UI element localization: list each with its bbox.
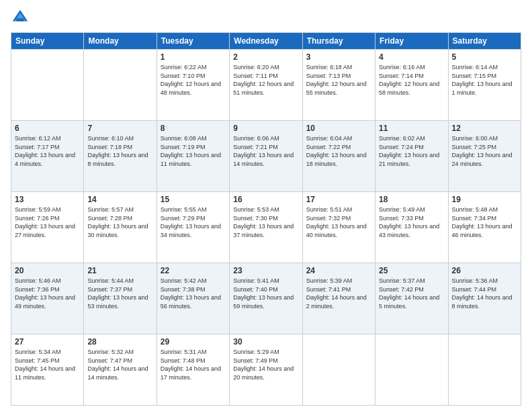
day-number: 29: [161, 337, 226, 347]
day-cell: 30Sunrise: 5:29 AM Sunset: 7:49 PM Dayli…: [230, 334, 302, 406]
day-number: 2: [233, 52, 298, 62]
day-cell: 18Sunrise: 5:49 AM Sunset: 7:33 PM Dayli…: [375, 192, 448, 263]
day-cell: 4Sunrise: 6:16 AM Sunset: 7:14 PM Daylig…: [375, 50, 448, 121]
day-info: Sunrise: 6:10 AM Sunset: 7:18 PM Dayligh…: [87, 134, 152, 168]
day-info: Sunrise: 6:16 AM Sunset: 7:14 PM Dayligh…: [379, 63, 444, 97]
day-cell: 20Sunrise: 5:46 AM Sunset: 7:36 PM Dayli…: [11, 263, 84, 334]
day-number: 12: [452, 124, 517, 133]
svg-rect-2: [16, 18, 24, 21]
logo: [11, 8, 31, 27]
day-number: 22: [161, 266, 226, 275]
day-info: Sunrise: 5:51 AM Sunset: 7:32 PM Dayligh…: [306, 205, 371, 239]
day-info: Sunrise: 5:59 AM Sunset: 7:26 PM Dayligh…: [15, 205, 80, 239]
day-cell: 11Sunrise: 6:02 AM Sunset: 7:24 PM Dayli…: [375, 121, 448, 192]
day-cell: 23Sunrise: 5:41 AM Sunset: 7:40 PM Dayli…: [230, 263, 302, 334]
day-cell: 8Sunrise: 6:08 AM Sunset: 7:19 PM Daylig…: [157, 121, 229, 192]
day-number: 11: [379, 124, 444, 133]
day-number: 28: [87, 337, 152, 347]
day-info: Sunrise: 6:00 AM Sunset: 7:25 PM Dayligh…: [452, 134, 517, 168]
day-cell: 14Sunrise: 5:57 AM Sunset: 7:28 PM Dayli…: [84, 192, 157, 263]
day-info: Sunrise: 5:37 AM Sunset: 7:42 PM Dayligh…: [379, 277, 444, 310]
day-info: Sunrise: 5:36 AM Sunset: 7:44 PM Dayligh…: [452, 277, 517, 310]
day-info: Sunrise: 5:32 AM Sunset: 7:47 PM Dayligh…: [87, 348, 152, 381]
day-info: Sunrise: 5:55 AM Sunset: 7:29 PM Dayligh…: [161, 205, 226, 239]
day-number: 13: [15, 195, 80, 204]
day-cell: 29Sunrise: 5:31 AM Sunset: 7:48 PM Dayli…: [157, 334, 229, 406]
weekday-header-wednesday: Wednesday: [230, 33, 302, 50]
weekday-header-tuesday: Tuesday: [157, 33, 229, 50]
day-info: Sunrise: 5:41 AM Sunset: 7:40 PM Dayligh…: [233, 277, 298, 310]
day-number: 15: [161, 195, 226, 204]
day-info: Sunrise: 6:06 AM Sunset: 7:21 PM Dayligh…: [233, 134, 298, 168]
day-cell: 7Sunrise: 6:10 AM Sunset: 7:18 PM Daylig…: [84, 121, 157, 192]
day-cell: 10Sunrise: 6:04 AM Sunset: 7:22 PM Dayli…: [302, 121, 375, 192]
day-number: 21: [87, 266, 152, 275]
day-number: 30: [233, 337, 298, 347]
day-cell: 12Sunrise: 6:00 AM Sunset: 7:25 PM Dayli…: [448, 121, 521, 192]
day-cell: 15Sunrise: 5:55 AM Sunset: 7:29 PM Dayli…: [157, 192, 229, 263]
day-number: 8: [161, 124, 226, 133]
day-info: Sunrise: 6:12 AM Sunset: 7:17 PM Dayligh…: [15, 134, 80, 168]
day-cell: 5Sunrise: 6:14 AM Sunset: 7:15 PM Daylig…: [448, 50, 521, 121]
day-number: 16: [233, 195, 298, 204]
week-row-5: 27Sunrise: 5:34 AM Sunset: 7:45 PM Dayli…: [11, 334, 521, 406]
weekday-header-sunday: Sunday: [11, 33, 84, 50]
day-info: Sunrise: 6:22 AM Sunset: 7:10 PM Dayligh…: [161, 63, 226, 97]
day-number: 23: [233, 266, 298, 275]
day-number: 9: [233, 124, 298, 133]
day-number: 7: [87, 124, 152, 133]
day-info: Sunrise: 5:44 AM Sunset: 7:37 PM Dayligh…: [87, 277, 152, 310]
day-cell: [302, 334, 375, 406]
day-info: Sunrise: 6:20 AM Sunset: 7:11 PM Dayligh…: [233, 63, 298, 97]
day-number: 4: [379, 52, 444, 62]
week-row-2: 6Sunrise: 6:12 AM Sunset: 7:17 PM Daylig…: [11, 121, 521, 192]
day-info: Sunrise: 6:08 AM Sunset: 7:19 PM Dayligh…: [161, 134, 226, 168]
day-number: 20: [15, 266, 80, 275]
day-number: 26: [452, 266, 517, 275]
day-cell: 1Sunrise: 6:22 AM Sunset: 7:10 PM Daylig…: [157, 50, 229, 121]
day-number: 25: [379, 266, 444, 275]
day-info: Sunrise: 5:46 AM Sunset: 7:36 PM Dayligh…: [15, 277, 80, 310]
day-info: Sunrise: 5:42 AM Sunset: 7:38 PM Dayligh…: [161, 277, 226, 310]
day-cell: 6Sunrise: 6:12 AM Sunset: 7:17 PM Daylig…: [11, 121, 84, 192]
day-cell: 21Sunrise: 5:44 AM Sunset: 7:37 PM Dayli…: [84, 263, 157, 334]
day-cell: [448, 334, 521, 406]
day-info: Sunrise: 5:39 AM Sunset: 7:41 PM Dayligh…: [306, 277, 371, 310]
day-info: Sunrise: 5:48 AM Sunset: 7:34 PM Dayligh…: [452, 205, 517, 239]
day-cell: 25Sunrise: 5:37 AM Sunset: 7:42 PM Dayli…: [375, 263, 448, 334]
day-number: 3: [306, 52, 371, 62]
calendar-table: SundayMondayTuesdayWednesdayThursdayFrid…: [11, 32, 521, 406]
day-cell: [375, 334, 448, 406]
day-cell: 16Sunrise: 5:53 AM Sunset: 7:30 PM Dayli…: [230, 192, 302, 263]
day-number: 18: [379, 195, 444, 204]
weekday-header-monday: Monday: [84, 33, 157, 50]
day-info: Sunrise: 5:57 AM Sunset: 7:28 PM Dayligh…: [87, 205, 152, 239]
day-cell: 3Sunrise: 6:18 AM Sunset: 7:13 PM Daylig…: [302, 50, 375, 121]
day-cell: 28Sunrise: 5:32 AM Sunset: 7:47 PM Dayli…: [84, 334, 157, 406]
day-info: Sunrise: 5:34 AM Sunset: 7:45 PM Dayligh…: [15, 348, 80, 381]
day-cell: 2Sunrise: 6:20 AM Sunset: 7:11 PM Daylig…: [230, 50, 302, 121]
week-row-1: 1Sunrise: 6:22 AM Sunset: 7:10 PM Daylig…: [11, 50, 521, 121]
page: SundayMondayTuesdayWednesdayThursdayFrid…: [0, 0, 532, 411]
logo-icon: [11, 8, 30, 27]
day-cell: 9Sunrise: 6:06 AM Sunset: 7:21 PM Daylig…: [230, 121, 302, 192]
day-number: 1: [161, 52, 226, 62]
day-number: 14: [87, 195, 152, 204]
weekday-header-friday: Friday: [375, 33, 448, 50]
day-info: Sunrise: 6:14 AM Sunset: 7:15 PM Dayligh…: [452, 63, 517, 97]
day-number: 27: [15, 337, 80, 347]
day-info: Sunrise: 6:18 AM Sunset: 7:13 PM Dayligh…: [306, 63, 371, 97]
day-number: 17: [306, 195, 371, 204]
day-cell: [11, 50, 84, 121]
day-cell: 26Sunrise: 5:36 AM Sunset: 7:44 PM Dayli…: [448, 263, 521, 334]
day-info: Sunrise: 6:04 AM Sunset: 7:22 PM Dayligh…: [306, 134, 371, 168]
day-number: 6: [15, 124, 80, 133]
week-row-3: 13Sunrise: 5:59 AM Sunset: 7:26 PM Dayli…: [11, 192, 521, 263]
weekday-header-saturday: Saturday: [448, 33, 521, 50]
day-cell: 19Sunrise: 5:48 AM Sunset: 7:34 PM Dayli…: [448, 192, 521, 263]
day-number: 10: [306, 124, 371, 133]
day-cell: 13Sunrise: 5:59 AM Sunset: 7:26 PM Dayli…: [11, 192, 84, 263]
day-number: 5: [452, 52, 517, 62]
day-info: Sunrise: 5:53 AM Sunset: 7:30 PM Dayligh…: [233, 205, 298, 239]
day-cell: [84, 50, 157, 121]
